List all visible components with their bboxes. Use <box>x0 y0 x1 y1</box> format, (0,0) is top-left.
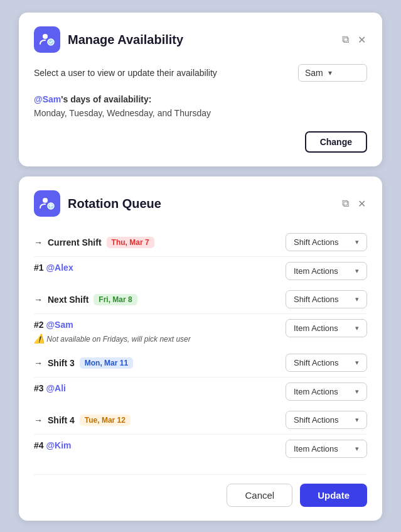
arrow-icon: → <box>34 415 43 425</box>
shift-label-next: → Next Shift Fri, Mar 8 <box>34 294 137 305</box>
shift-actions-label-4: Shift Actions <box>294 415 339 425</box>
shift-date-4: Tue, Mar 12 <box>80 415 131 426</box>
item-user-2: @Sam <box>46 320 73 330</box>
item-content-2: #2 @Sam ⚠️ Not available on Fridays, wil… <box>34 319 191 344</box>
chevron-down-icon: ▾ <box>355 416 359 424</box>
chevron-down-icon: ▾ <box>355 324 359 332</box>
shift-row-3: → Shift 3 Mon, Mar 11 Shift Actions ▾ <box>34 349 367 377</box>
item-actions-label-4: Item Actions <box>294 444 338 453</box>
shift-name-3: Shift 3 <box>48 358 75 368</box>
chevron-down-icon: ▾ <box>355 295 359 303</box>
shift-name-next: Next Shift <box>48 295 88 305</box>
user-select-value: Sam <box>305 68 323 78</box>
item-number-4: #4 @Kim <box>34 440 72 451</box>
item-content-4: #4 @Kim <box>34 440 72 451</box>
item-row-1: #1 @Alex Item Actions ▾ <box>34 257 367 285</box>
item-number-2: #2 @Sam <box>34 319 191 330</box>
shift-name-4: Shift 4 <box>48 415 75 425</box>
shift-actions-dropdown-3[interactable]: Shift Actions ▾ <box>286 354 367 372</box>
item-warning-2: ⚠️ Not available on Fridays, will pick n… <box>34 334 191 344</box>
item-actions-dropdown-4[interactable]: Item Actions ▾ <box>286 440 367 458</box>
shift-date-current: Thu, Mar 7 <box>107 237 154 248</box>
shift-row-next: → Next Shift Fri, Mar 8 Shift Actions ▾ <box>34 285 367 314</box>
item-content-3: #3 @Ali <box>34 383 66 394</box>
chevron-down-icon: ▾ <box>328 68 332 77</box>
chevron-down-icon: ▾ <box>355 359 359 367</box>
user-select-dropdown[interactable]: Sam ▾ <box>298 64 367 82</box>
update-button[interactable]: Update <box>300 484 367 507</box>
shift-label-3: → Shift 3 Mon, Mar 11 <box>34 357 133 369</box>
item-actions-dropdown-2[interactable]: Item Actions ▾ <box>286 319 367 337</box>
svg-point-2 <box>43 198 48 203</box>
item-user-3: @Ali <box>46 383 66 393</box>
item-user-4: @Kim <box>46 440 71 450</box>
card-header: Manage Availability ⧉ ✕ <box>34 26 367 53</box>
shift-date-3: Mon, Mar 11 <box>80 357 133 369</box>
change-row: Change <box>34 131 367 153</box>
item-actions-label-3: Item Actions <box>294 387 338 396</box>
shift-label-current: → Current Shift Thu, Mar 7 <box>34 237 154 248</box>
shift-actions-label: Shift Actions <box>294 237 339 247</box>
availability-days: Monday, Tuesday, Wednesday, and Thursday <box>34 107 367 120</box>
item-actions-dropdown-3[interactable]: Item Actions ▾ <box>286 383 367 401</box>
rotation-copy-button[interactable]: ⧉ <box>341 197 350 210</box>
arrow-icon: → <box>34 237 43 247</box>
svg-point-0 <box>43 34 48 39</box>
shift-label-4: → Shift 4 Tue, Mar 12 <box>34 415 131 426</box>
shift-name-current: Current Shift <box>48 237 102 247</box>
arrow-icon: → <box>34 358 43 368</box>
availability-title: Manage Availability <box>68 33 333 47</box>
chevron-down-icon: ▾ <box>355 267 359 275</box>
item-row-3: #3 @Ali Item Actions ▾ <box>34 377 367 406</box>
cancel-button[interactable]: Cancel <box>227 484 292 507</box>
item-user-1: @Alex <box>46 263 73 273</box>
item-content-1: #1 @Alex <box>34 262 73 273</box>
close-button[interactable]: ✕ <box>356 33 367 47</box>
item-actions-label-1: Item Actions <box>294 266 338 276</box>
shift-actions-dropdown-4[interactable]: Shift Actions ▾ <box>286 411 367 429</box>
shift-row-current: → Current Shift Thu, Mar 7 Shift Actions… <box>34 228 367 257</box>
warning-icon: ⚠️ <box>34 334 45 344</box>
item-row-2: #2 @Sam ⚠️ Not available on Fridays, wil… <box>34 314 367 349</box>
availability-description: Select a user to view or update their av… <box>34 68 291 78</box>
availability-user-row: Select a user to view or update their av… <box>34 64 367 82</box>
shift-date-next: Fri, Mar 8 <box>94 294 137 305</box>
rotation-title: Rotation Queue <box>68 197 333 211</box>
arrow-icon: → <box>34 295 43 305</box>
shift-actions-dropdown-next[interactable]: Shift Actions ▾ <box>286 290 367 308</box>
chevron-down-icon: ▾ <box>355 238 359 246</box>
copy-button[interactable]: ⧉ <box>341 33 350 46</box>
rotation-footer: Cancel Update <box>34 474 367 507</box>
availability-icon <box>34 26 60 53</box>
shift-actions-dropdown-current[interactable]: Shift Actions ▾ <box>286 233 367 251</box>
shift-row-4: → Shift 4 Tue, Mar 12 Shift Actions ▾ <box>34 406 367 435</box>
rotation-card-header: Rotation Queue ⧉ ✕ <box>34 190 367 217</box>
item-number-3: #3 @Ali <box>34 383 66 394</box>
user-mention: @Sam <box>34 94 61 104</box>
manage-availability-card: Manage Availability ⧉ ✕ Select a user to… <box>19 13 382 166</box>
availability-info: @Sam's days of availability: Monday, Tue… <box>34 92 367 120</box>
chevron-down-icon: ▾ <box>355 445 359 453</box>
availability-card-actions: ⧉ ✕ <box>341 33 367 47</box>
rotation-card-actions: ⧉ ✕ <box>341 197 367 211</box>
item-actions-label-2: Item Actions <box>294 323 338 333</box>
chevron-down-icon: ▾ <box>355 388 359 396</box>
item-actions-dropdown-1[interactable]: Item Actions ▾ <box>286 262 367 280</box>
shift-actions-label-next: Shift Actions <box>294 295 339 304</box>
item-number-1: #1 @Alex <box>34 262 73 273</box>
change-button[interactable]: Change <box>305 131 367 153</box>
rotation-icon <box>34 190 60 217</box>
rotation-queue-card: Rotation Queue ⧉ ✕ → Current Shift Thu, … <box>19 176 382 521</box>
shift-actions-label-3: Shift Actions <box>294 358 339 367</box>
item-row-4: #4 @Kim Item Actions ▾ <box>34 435 367 463</box>
rotation-close-button[interactable]: ✕ <box>356 197 367 211</box>
